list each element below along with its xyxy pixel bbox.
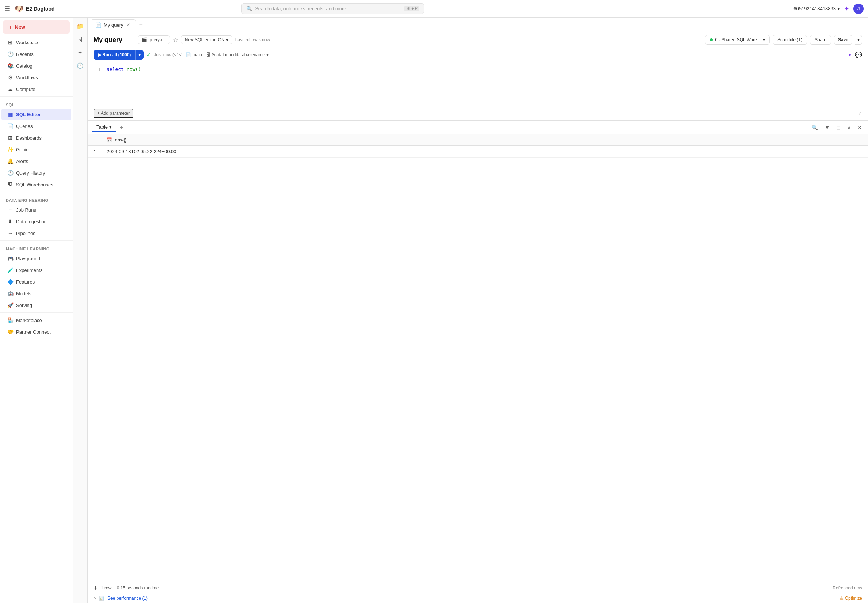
results-close-icon[interactable]: ✕ bbox=[856, 124, 863, 131]
new-button[interactable]: + New bbox=[3, 20, 70, 34]
my-query-tab[interactable]: 📄 My query ✕ bbox=[91, 19, 136, 30]
results-expand-icon[interactable]: ∧ bbox=[845, 124, 853, 131]
sidebar-item-dashboards[interactable]: ⊞ Dashboards bbox=[2, 132, 71, 143]
sparkle-icon[interactable]: ✦ bbox=[844, 5, 849, 12]
sidebar-item-alerts[interactable]: 🔔 Alerts bbox=[2, 156, 71, 167]
sidebar-item-label: Partner Connect bbox=[16, 329, 51, 335]
search-bar[interactable]: 🔍 Search data, notebooks, recents, and m… bbox=[241, 3, 424, 14]
sidebar-item-label: Dashboards bbox=[16, 135, 42, 141]
tab-dropdown-icon[interactable]: ▾ bbox=[109, 124, 112, 130]
save-button[interactable]: Save bbox=[834, 35, 852, 45]
run-all-button[interactable]: ▶ Run all (1000) bbox=[94, 50, 135, 60]
data-eng-section-label: Data Engineering bbox=[0, 194, 73, 204]
sidebar-item-data-ingestion[interactable]: ⬇ Data Ingestion bbox=[2, 216, 71, 227]
models-icon: 🤖 bbox=[7, 291, 13, 296]
catalog-name: main bbox=[193, 52, 202, 57]
sidebar-item-sql-editor[interactable]: ▦ SQL Editor bbox=[2, 109, 71, 120]
sidebar-item-compute[interactable]: ☁ Compute bbox=[2, 84, 71, 95]
optimize-button[interactable]: ⚠ Optimize bbox=[840, 596, 862, 601]
query-gif-button[interactable]: 🎬 query-gif bbox=[138, 36, 170, 44]
sidebar-item-query-history[interactable]: 🕐 Query History bbox=[2, 167, 71, 178]
schedule-button[interactable]: Schedule (1) bbox=[773, 35, 807, 45]
add-param-bar: + Add parameter ⤢ bbox=[88, 106, 868, 120]
run-dropdown-button[interactable]: ▾ bbox=[135, 50, 144, 60]
sql-warehouses-icon: 🏗 bbox=[7, 182, 13, 187]
sidebar-item-playground[interactable]: 🎮 Playground bbox=[2, 253, 71, 264]
sql-toggle-button[interactable]: New SQL editor: ON ▾ bbox=[181, 36, 232, 44]
star-icon[interactable]: ☆ bbox=[173, 37, 178, 43]
sparkle-strip-icon[interactable]: ✦ bbox=[74, 47, 86, 59]
dot-separator: . bbox=[204, 52, 205, 57]
results-filter-icon[interactable]: ▼ bbox=[823, 124, 831, 131]
add-parameter-button[interactable]: + Add parameter bbox=[94, 108, 133, 118]
run-button[interactable]: ▶ Run all (1000) ▾ bbox=[94, 50, 144, 60]
sidebar-item-sql-warehouses[interactable]: 🏗 SQL Warehouses bbox=[2, 179, 71, 190]
column-header-label: now() bbox=[115, 138, 127, 142]
sidebar-item-features[interactable]: 🔷 Features bbox=[2, 276, 71, 287]
search-shortcut: ⌘ + P bbox=[405, 6, 419, 11]
folder-strip-icon[interactable]: 📁 bbox=[74, 20, 86, 32]
query-more-button[interactable]: ⋮ bbox=[125, 35, 135, 45]
sidebar-item-serving[interactable]: 🚀 Serving bbox=[2, 300, 71, 311]
catalog-selector[interactable]: 📄 main . 🗄 $cataloganddatabasename ▾ bbox=[185, 52, 269, 57]
table-tab-label: Table bbox=[96, 124, 108, 130]
results-search-icon[interactable]: 🔍 bbox=[810, 124, 820, 131]
sidebar-item-partner-connect[interactable]: 🤝 Partner Connect bbox=[2, 326, 71, 337]
runtime-label: | 0.15 seconds runtime bbox=[114, 586, 159, 591]
results-footer: ⬇ 1 row | 0.15 seconds runtime Refreshed… bbox=[88, 583, 868, 593]
account-selector[interactable]: 6051921418418893 ▾ bbox=[794, 6, 840, 11]
sidebar-item-label: Models bbox=[16, 291, 31, 296]
sidebar-item-label: Experiments bbox=[16, 267, 42, 273]
sidebar-item-queries[interactable]: 📄 Queries bbox=[2, 121, 71, 131]
sidebar-item-genie[interactable]: ✨ Genie bbox=[2, 144, 71, 155]
last-edit-label[interactable]: Last edit was now bbox=[235, 37, 270, 42]
share-button[interactable]: Share bbox=[810, 35, 831, 45]
performance-bar: > 📊 See performance (1) ⚠ Optimize bbox=[88, 593, 868, 603]
warehouse-button[interactable]: 0 - Shared SQL Ware... ▾ bbox=[705, 35, 770, 45]
tab-query-icon: 📄 bbox=[95, 22, 102, 28]
partner-connect-icon: 🤝 bbox=[7, 329, 13, 335]
sidebar-item-workflows[interactable]: ⚙ Workflows bbox=[2, 72, 71, 83]
main-layout: + New ⊞ Workspace 🕐 Recents 📚 Catalog ⚙ … bbox=[0, 17, 868, 603]
pipelines-icon: ↔ bbox=[7, 230, 13, 236]
sidebar-item-catalog[interactable]: 📚 Catalog bbox=[2, 60, 71, 71]
database-name: $cataloganddatabasename bbox=[212, 52, 265, 57]
sparkle-icon[interactable]: ✦ bbox=[848, 52, 852, 58]
history-strip-icon[interactable]: 🕐 bbox=[74, 60, 86, 72]
sidebar-item-experiments[interactable]: 🧪 Experiments bbox=[2, 264, 71, 275]
chevron-down-icon: ▾ bbox=[226, 37, 228, 42]
comment-icon[interactable]: 💬 bbox=[855, 51, 862, 59]
sidebar-item-label: Compute bbox=[16, 87, 36, 92]
sidebar-item-workspace[interactable]: ⊞ Workspace bbox=[2, 37, 71, 48]
tab-close-icon[interactable]: ✕ bbox=[125, 22, 131, 28]
see-performance-link[interactable]: See performance (1) bbox=[107, 596, 148, 601]
table-tab[interactable]: Table ▾ bbox=[92, 123, 116, 132]
catalog-icon: 📄 bbox=[185, 52, 191, 57]
database-strip-icon[interactable]: 🗄 bbox=[74, 34, 86, 45]
marketplace-icon: 🏪 bbox=[7, 317, 13, 323]
table-row: 1 2024-09-18T02:05:22.224+00:00 bbox=[88, 146, 868, 158]
sidebar-item-pipelines[interactable]: ↔ Pipelines bbox=[2, 228, 71, 239]
sidebar-item-label: Marketplace bbox=[16, 318, 42, 323]
results-columns-icon[interactable]: ⊟ bbox=[834, 124, 842, 131]
tab-add-button[interactable]: + bbox=[137, 20, 145, 29]
avatar[interactable]: J bbox=[853, 4, 863, 14]
catalog-icon: 📚 bbox=[7, 63, 13, 69]
sql-function: now() bbox=[127, 66, 141, 72]
download-icon[interactable]: ⬇ bbox=[94, 585, 98, 591]
expand-icon[interactable]: ⤢ bbox=[858, 110, 862, 116]
ml-section-label: Machine Learning bbox=[0, 242, 73, 252]
refreshed-label: Refreshed now bbox=[832, 586, 862, 591]
sidebar-item-label: Job Runs bbox=[16, 207, 36, 213]
code-editor[interactable]: 1 select now() bbox=[88, 62, 868, 106]
results-tab-add-button[interactable]: + bbox=[117, 124, 125, 131]
perf-expand-icon[interactable]: > bbox=[94, 596, 96, 601]
save-expand-button[interactable]: ▾ bbox=[855, 35, 862, 45]
sidebar-item-marketplace[interactable]: 🏪 Marketplace bbox=[2, 315, 71, 326]
sidebar-item-label: Serving bbox=[16, 303, 32, 308]
sidebar-item-recents[interactable]: 🕐 Recents bbox=[2, 49, 71, 60]
serving-icon: 🚀 bbox=[7, 302, 13, 308]
sidebar-item-models[interactable]: 🤖 Models bbox=[2, 288, 71, 299]
sidebar-item-job-runs[interactable]: ≡ Job Runs bbox=[2, 204, 71, 215]
menu-icon[interactable]: ☰ bbox=[5, 5, 10, 13]
